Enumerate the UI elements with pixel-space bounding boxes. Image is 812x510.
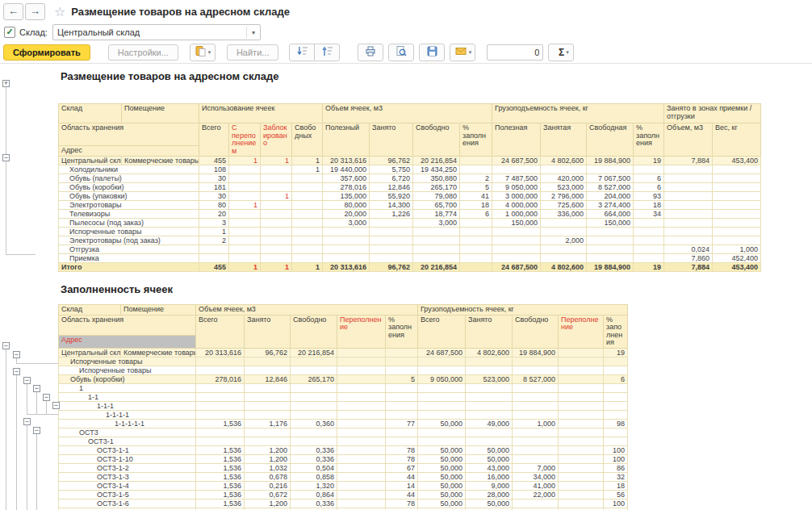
warehouse-combobox[interactable]: Центральный склад ▾ [52,24,261,40]
value-cell[interactable]: 5 [460,183,492,192]
value-cell[interactable] [559,374,604,383]
value-cell[interactable] [559,428,604,437]
value-cell[interactable] [261,228,292,236]
value-cell[interactable] [664,236,713,245]
value-cell[interactable] [559,437,604,445]
value-cell[interactable] [541,254,587,263]
value-cell[interactable] [323,254,370,263]
value-cell[interactable]: 22,000 [513,490,559,499]
collapse-group-toggle[interactable]: − [23,377,31,384]
value-cell[interactable] [460,157,492,165]
collapse-group-toggle[interactable]: − [2,154,10,161]
value-cell[interactable] [460,236,492,245]
value-cell[interactable] [513,357,559,366]
label-cell[interactable]: Пылесосы (под заказ) [59,219,199,228]
value-cell[interactable] [513,428,559,437]
value-cell[interactable]: 6 [460,210,492,219]
value-cell[interactable] [245,366,291,374]
value-cell[interactable]: 1,200 [245,499,291,508]
value-cell[interactable] [337,445,386,454]
value-cell[interactable]: 0,864 [291,490,337,499]
value-cell[interactable]: 55,920 [370,192,413,201]
label-cell[interactable]: Итого [59,263,199,272]
value-cell[interactable] [413,245,460,254]
value-cell[interactable] [460,228,492,236]
value-cell[interactable] [229,228,261,236]
value-cell[interactable]: 19 [634,263,664,272]
value-cell[interactable]: 41,000 [513,481,559,490]
value-cell[interactable] [323,245,370,254]
value-cell[interactable]: 1 [199,228,229,236]
value-cell[interactable] [604,428,628,437]
value-cell[interactable]: 453,400 [713,157,761,165]
autosum-button[interactable]: Σ ▾ [548,44,574,61]
value-cell[interactable] [634,228,664,236]
value-cell[interactable] [337,490,386,499]
value-cell[interactable] [337,454,386,463]
value-cell[interactable] [386,401,418,410]
value-cell[interactable]: 523,000 [541,183,587,192]
value-cell[interactable] [261,201,292,210]
value-cell[interactable] [337,401,386,410]
value-cell[interactable]: 664,000 [587,210,634,219]
value-cell[interactable]: 6,720 [370,174,413,183]
value-cell[interactable]: 50,000 [418,499,466,508]
value-cell[interactable] [466,410,513,419]
value-cell[interactable] [261,210,292,219]
value-cell[interactable]: 8 527,000 [513,374,559,383]
value-cell[interactable] [541,228,587,236]
value-cell[interactable] [337,428,386,437]
value-cell[interactable] [713,219,761,228]
value-cell[interactable]: 6 [634,183,664,192]
value-cell[interactable]: 6 [634,174,664,183]
value-cell[interactable]: 78 [386,445,418,454]
save-button[interactable] [419,44,445,61]
preview-button[interactable] [388,44,414,61]
value-cell[interactable]: 4 000,000 [492,201,541,210]
value-cell[interactable] [559,481,604,490]
value-cell[interactable]: 18 [604,481,628,490]
value-cell[interactable] [261,219,292,228]
value-cell[interactable]: 278,016 [323,183,370,192]
value-cell[interactable]: 12,846 [245,374,291,383]
value-cell[interactable] [386,383,418,392]
value-cell[interactable]: 1 [229,201,261,210]
send-mail-button[interactable]: ▾ [450,44,475,61]
collapse-group-toggle[interactable]: − [13,351,20,358]
value-cell[interactable] [559,357,604,366]
label-cell[interactable]: 1-1-1 [59,401,196,410]
label-cell[interactable]: Центральный склад [59,157,122,165]
value-cell[interactable] [559,392,604,401]
value-cell[interactable] [713,174,761,183]
value-cell[interactable] [492,165,541,174]
value-cell[interactable] [713,165,761,174]
value-cell[interactable] [559,366,604,374]
collapse-group-toggle[interactable]: − [33,427,40,434]
label-cell[interactable]: ОСТ3-1-2 [59,463,196,472]
label-cell[interactable]: ОСТ3-1 [59,437,196,445]
value-cell[interactable]: 336,000 [541,210,587,219]
value-cell[interactable]: 50,000 [418,454,466,463]
value-cell[interactable]: 80 [199,201,229,210]
value-cell[interactable]: 1 [292,157,323,165]
value-cell[interactable] [229,254,261,263]
value-cell[interactable] [245,428,291,437]
value-cell[interactable]: 7,000 [513,463,559,472]
value-cell[interactable]: 1 [261,263,292,272]
value-cell[interactable]: 19 884,900 [587,157,634,165]
label-cell[interactable]: 1-1 [59,392,196,401]
value-cell[interactable] [587,165,634,174]
value-cell[interactable]: 1 [292,263,323,272]
value-cell[interactable]: 77 [386,419,418,428]
label-cell[interactable]: ОСТ3-1-6 [59,499,196,508]
value-cell[interactable] [587,245,634,254]
label-cell[interactable]: Центральный склад [59,348,121,357]
value-cell[interactable]: 2,000 [541,236,587,245]
value-cell[interactable] [291,437,337,445]
value-cell[interactable] [386,392,418,401]
value-cell[interactable] [513,410,559,419]
value-cell[interactable] [370,245,413,254]
value-cell[interactable]: 50,000 [466,445,513,454]
value-cell[interactable] [323,228,370,236]
value-cell[interactable] [323,236,370,245]
